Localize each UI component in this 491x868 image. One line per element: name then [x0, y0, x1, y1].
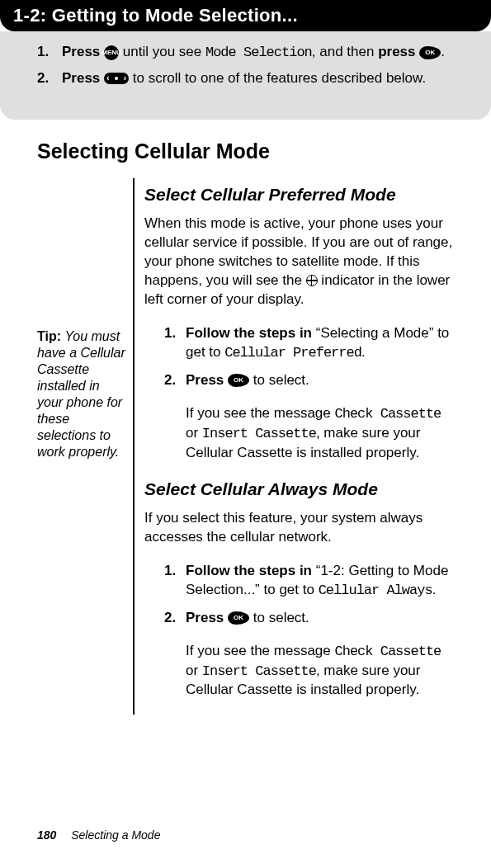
panel-step-2-number: 2.	[37, 69, 62, 88]
page-footer: 180 Selecting a Mode	[37, 828, 160, 842]
preferred-note-mid: or	[186, 425, 202, 441]
preferred-step-1-text: Follow the steps in “Selecting a Mode” t…	[186, 324, 454, 363]
always-step-1-text: Follow the steps in “1-2: Getting to Mod…	[186, 562, 454, 601]
preferred-step-1-number: 1.	[164, 324, 186, 363]
lcd-cellular-always: Cellular Always	[319, 583, 432, 598]
always-step-2: 2. Press OK to select.	[164, 609, 454, 628]
preferred-step-1-b: .	[361, 344, 366, 360]
preferred-paragraph: When this mode is active, your phone use…	[144, 215, 454, 309]
panel-step-2-body: Press to scroll to one of the features d…	[62, 69, 454, 88]
always-step-2-rest: to select.	[249, 610, 309, 625]
tip-label: Tip:	[37, 329, 64, 343]
always-step-2-number: 2.	[164, 609, 186, 628]
panel-step-1-end: .	[441, 44, 445, 59]
subheading-preferred: Select Cellular Preferred Mode	[144, 183, 454, 206]
lcd-check-cassette: Check Cassette	[335, 644, 441, 659]
header-block: 1-2: Getting to Mode Selection...	[0, 0, 491, 31]
panel-step-1-text-a: until you see	[119, 44, 205, 59]
tip-text: You must have a Cellular Cassette instal…	[37, 329, 125, 459]
globe-icon	[306, 275, 318, 286]
instruction-panel: 1. Press MENU until you see Mode Selecti…	[0, 31, 491, 120]
always-cassette-note: If you see the message Check Cassette or…	[186, 642, 454, 701]
panel-step-2: 2. Press to scroll to one of the feature…	[37, 69, 454, 88]
always-note-mid: or	[186, 663, 202, 678]
preferred-step-2-rest: to select.	[249, 372, 309, 388]
always-step-1-b: .	[432, 582, 437, 597]
ok-icon: OK	[419, 46, 441, 59]
press-label: Press	[62, 70, 100, 86]
press-label: Press	[62, 44, 100, 59]
lcd-insert-cassette: Insert Cassette	[202, 663, 316, 679]
preferred-step-1: 1. Follow the steps in “Selecting a Mode…	[164, 324, 454, 363]
preferred-step-2: 2. Press OK to select.	[164, 371, 454, 390]
preferred-cassette-note: If you see the message Check Cassette or…	[186, 404, 454, 463]
always-note-a: If you see the message	[186, 643, 335, 658]
always-step-1-number: 1.	[164, 562, 186, 601]
panel-step-1-number: 1.	[37, 43, 62, 63]
page: 1-2: Getting to Mode Selection... 1. Pre…	[0, 0, 491, 868]
preferred-note-a: If you see the message	[186, 405, 335, 421]
scroll-icon	[104, 73, 129, 84]
panel-step-2-text: to scroll to one of the features describ…	[129, 70, 426, 86]
content-area: Tip: You must have a Cellular Cassette i…	[37, 178, 454, 715]
preferred-step-2-number: 2.	[164, 371, 186, 390]
scroll-dot-icon	[115, 77, 118, 80]
press-label-2: press	[378, 44, 415, 59]
lcd-insert-cassette: Insert Cassette	[202, 426, 316, 441]
always-paragraph: If you select this feature, your system …	[144, 509, 454, 547]
always-step-2-text: Press OK to select.	[186, 609, 454, 628]
follow-steps-label: Follow the steps in	[186, 563, 312, 578]
preferred-steps: 1. Follow the steps in “Selecting a Mode…	[144, 324, 454, 463]
always-step-1: 1. Follow the steps in “1-2: Getting to …	[164, 562, 454, 601]
panel-step-1-text-b: , and then	[312, 44, 378, 59]
main-column: Select Cellular Preferred Mode When this…	[133, 178, 454, 715]
page-number: 180	[37, 828, 56, 842]
ok-icon: OK	[228, 611, 249, 625]
press-label: Press	[186, 372, 224, 388]
panel-step-1-body: Press MENU until you see Mode Selection,…	[62, 43, 454, 63]
lcd-check-cassette: Check Cassette	[335, 406, 441, 422]
always-steps: 1. Follow the steps in “1-2: Getting to …	[144, 562, 454, 701]
section-title: Selecting Cellular Mode	[37, 139, 454, 163]
press-label: Press	[186, 610, 224, 625]
tip-sidebar: Tip: You must have a Cellular Cassette i…	[37, 328, 133, 715]
follow-steps-label: Follow the steps in	[186, 325, 312, 341]
ok-icon: OK	[228, 374, 249, 387]
subheading-always: Select Cellular Always Mode	[144, 478, 454, 501]
lcd-cellular-preferred: Cellular Preferred	[224, 345, 361, 361]
preferred-step-2-text: Press OK to select.	[186, 371, 454, 390]
panel-step-1: 1. Press MENU until you see Mode Selecti…	[37, 43, 454, 63]
header-title: 1-2: Getting to Mode Selection...	[13, 5, 491, 26]
footer-title: Selecting a Mode	[71, 828, 160, 842]
lcd-mode-selection: Mode Selection	[205, 45, 312, 60]
menu-icon: MENU	[104, 45, 119, 60]
